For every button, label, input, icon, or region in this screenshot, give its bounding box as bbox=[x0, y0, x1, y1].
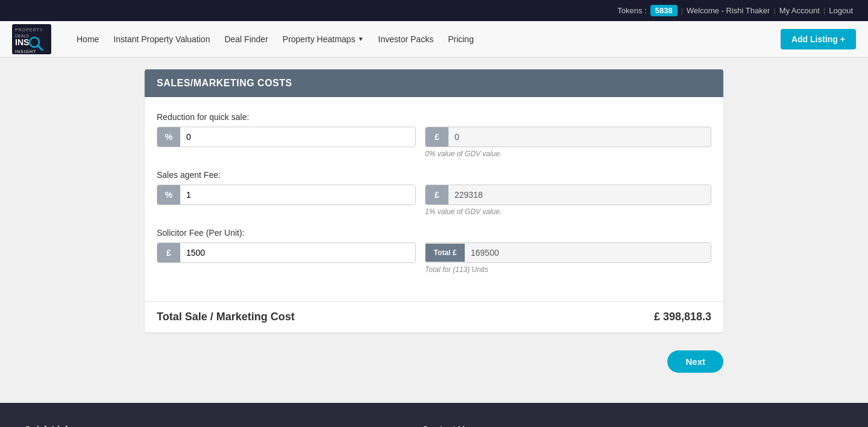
solicitor-label: Solicitor Fee (Per Unit): bbox=[157, 228, 711, 238]
pound-prefix-2: £ bbox=[426, 185, 448, 204]
footer: Quick Links Website Home Become an affil… bbox=[0, 403, 868, 427]
logo[interactable]: PROPERTY DEALS INS INSIGHT bbox=[12, 24, 51, 54]
nav-heatmaps-dropdown[interactable]: Property Heatmaps ▼ bbox=[275, 30, 371, 49]
reduction-label: Reduction for quick sale: bbox=[157, 112, 711, 122]
reduction-percent-input-group: % bbox=[157, 127, 416, 147]
nav-pricing[interactable]: Pricing bbox=[441, 30, 481, 49]
nav-home[interactable]: Home bbox=[69, 30, 106, 49]
total-prefix: Total £ bbox=[426, 244, 465, 262]
separator: | bbox=[773, 6, 775, 15]
separator: | bbox=[681, 6, 683, 15]
sales-agent-label: Sales agent Fee: bbox=[157, 170, 711, 180]
footer-logo: PROPERTY DEALS INS HT bbox=[723, 424, 844, 427]
solicitor-hint: Total for (113) Units bbox=[425, 265, 711, 274]
sales-agent-value: 229318 bbox=[448, 185, 711, 204]
sales-agent-percent-input-group: % bbox=[157, 185, 416, 205]
percent-prefix: % bbox=[157, 127, 180, 147]
svg-text:INS: INS bbox=[15, 37, 29, 47]
total-row: Total Sale / Marketing Cost £ 398,818.3 bbox=[145, 301, 723, 332]
reduction-hint: 0% value of GDV value. bbox=[425, 150, 711, 158]
reduction-value: 0 bbox=[448, 127, 711, 147]
welcome-text: Welcome - Rishi Thaker bbox=[687, 6, 770, 15]
add-listing-button[interactable]: Add Listing + bbox=[781, 29, 856, 49]
footer-logo-icon: PROPERTY DEALS INS HT bbox=[723, 424, 796, 427]
solicitor-input[interactable] bbox=[180, 243, 415, 262]
svg-text:INSIGHT: INSIGHT bbox=[15, 49, 36, 54]
reduction-percent-input[interactable] bbox=[180, 127, 415, 147]
separator: | bbox=[823, 6, 825, 15]
total-value: £ 398,818.3 bbox=[654, 311, 711, 323]
logout-link[interactable]: Logout bbox=[829, 6, 853, 15]
solicitor-input-group: £ bbox=[157, 242, 416, 263]
reduction-value-display: £ 0 bbox=[425, 127, 711, 147]
contact-title: Contact Us bbox=[422, 424, 711, 427]
tokens-badge: 5838 bbox=[650, 5, 678, 16]
logo-icon: PROPERTY DEALS INS INSIGHT bbox=[12, 24, 51, 54]
solicitor-total-display: Total £ 169500 bbox=[425, 242, 711, 263]
reduction-row: Reduction for quick sale: % £ 0 0% value… bbox=[157, 112, 711, 158]
solicitor-row: Solicitor Fee (Per Unit): £ Total £ 1695… bbox=[157, 228, 711, 274]
total-label: Total Sale / Marketing Cost bbox=[157, 311, 295, 323]
pound-prefix: £ bbox=[426, 127, 448, 147]
next-button[interactable]: Next bbox=[667, 350, 723, 373]
sales-agent-percent-input[interactable] bbox=[180, 185, 415, 204]
pound-prefix-3: £ bbox=[157, 243, 180, 262]
footer-brand: PROPERTY DEALS INS HT Follow Us f t in ✿… bbox=[723, 424, 844, 427]
footer-contact: Contact Us ✉ info@propertydealsinsight.c… bbox=[422, 424, 711, 427]
percent-prefix-2: % bbox=[157, 185, 180, 204]
solicitor-total-value: 169500 bbox=[465, 243, 711, 262]
nav-ipv[interactable]: Instant Property Valuation bbox=[106, 30, 217, 49]
sales-marketing-card: SALES/MARKETING COSTS Reduction for quic… bbox=[145, 69, 723, 332]
sales-agent-hint: 1% value of GDV value. bbox=[425, 207, 711, 216]
svg-text:PROPERTY: PROPERTY bbox=[15, 28, 43, 32]
quick-links-title: Quick Links bbox=[24, 424, 145, 427]
tokens-label: Tokens : bbox=[617, 6, 646, 15]
sales-agent-row: Sales agent Fee: % £ 229318 1% value of … bbox=[157, 170, 711, 216]
nav-deal-finder[interactable]: Deal Finder bbox=[217, 30, 275, 49]
section-header: SALES/MARKETING COSTS bbox=[145, 69, 723, 97]
my-account-link[interactable]: My Account bbox=[779, 6, 820, 15]
sales-agent-value-display: £ 229318 bbox=[425, 185, 711, 205]
nav-investor-packs[interactable]: Investor Packs bbox=[371, 30, 441, 49]
svg-rect-7 bbox=[723, 424, 796, 427]
footer-quick-links: Quick Links Website Home Become an affil… bbox=[24, 424, 145, 427]
